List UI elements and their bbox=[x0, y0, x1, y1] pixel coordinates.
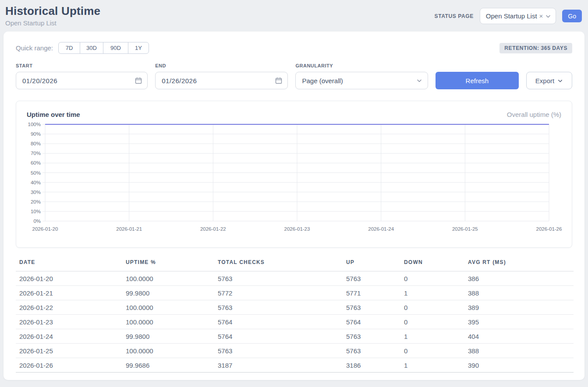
end-date-field: END 01/26/2026 bbox=[155, 63, 288, 89]
granularity-select[interactable]: Page (overall) bbox=[295, 72, 428, 89]
quick-range-row: Quick range: 7D30D90D1Y RETENTION: 365 D… bbox=[16, 42, 572, 54]
filters-row: START 01/20/2026 END 01/26/2026 GRANULAR… bbox=[16, 63, 572, 89]
table-cell: 1 bbox=[400, 358, 464, 373]
table-cell: 386 bbox=[464, 271, 574, 286]
chevron-down-icon bbox=[557, 78, 563, 84]
table-row: 2026-01-2699.9686318731861390 bbox=[16, 358, 574, 373]
quick-range-30d[interactable]: 30D bbox=[80, 42, 103, 54]
calendar-icon[interactable] bbox=[135, 77, 142, 84]
y-tick-label: 20% bbox=[31, 199, 41, 204]
page-title: Historical Uptime bbox=[5, 4, 100, 18]
table-cell: 0 bbox=[400, 300, 464, 315]
table-cell: 389 bbox=[464, 300, 574, 315]
table-cell: 5763 bbox=[214, 344, 343, 358]
start-date-label: START bbox=[16, 63, 148, 68]
table-cell: 3187 bbox=[214, 358, 343, 373]
table-cell: 2026-01-23 bbox=[16, 315, 122, 329]
table-cell: 5763 bbox=[343, 344, 400, 358]
y-tick-label: 90% bbox=[31, 131, 41, 137]
table-cell: 5763 bbox=[343, 329, 400, 344]
x-tick-label: 2026-01-25 bbox=[452, 226, 478, 232]
granularity-label: GRANULARITY bbox=[295, 63, 428, 68]
table-cell: 404 bbox=[464, 329, 574, 344]
table-cell: 100.0000 bbox=[122, 315, 214, 329]
granularity-field: GRANULARITY Page (overall) bbox=[295, 63, 428, 89]
table-cell: 100.0000 bbox=[122, 300, 214, 315]
table-cell: 99.9686 bbox=[122, 358, 214, 373]
chart-title: Uptime over time bbox=[27, 111, 80, 118]
table-row: 2026-01-2499.9800576457631404 bbox=[16, 329, 574, 344]
quick-range-group: 7D30D90D1Y bbox=[58, 42, 149, 54]
column-header-5: AVG RT (MS) bbox=[464, 258, 574, 271]
table-row: 2026-01-20100.0000576357630386 bbox=[16, 271, 574, 286]
table-cell: 5763 bbox=[343, 271, 400, 286]
status-page-selected-value: Open Startup List bbox=[486, 12, 537, 20]
uptime-table-wrap: DATEUPTIME %TOTAL CHECKSUPDOWNAVG RT (MS… bbox=[16, 258, 572, 373]
uptime-line-chart: 100%90%80%70%60%50%40%30%20%10%0%2026-01… bbox=[27, 121, 563, 236]
clear-selection-icon[interactable]: × bbox=[539, 12, 544, 20]
table-cell: 3186 bbox=[343, 358, 400, 373]
export-button-label: Export bbox=[535, 77, 554, 84]
end-date-label: END bbox=[155, 63, 288, 68]
y-tick-label: 30% bbox=[31, 190, 41, 195]
main-panel: Quick range: 7D30D90D1Y RETENTION: 365 D… bbox=[4, 32, 584, 380]
calendar-icon[interactable] bbox=[275, 77, 282, 84]
table-cell: 1 bbox=[400, 329, 464, 344]
table-cell: 5772 bbox=[214, 286, 343, 300]
start-date-input[interactable]: 01/20/2026 bbox=[16, 72, 148, 89]
x-tick-label: 2026-01-20 bbox=[32, 226, 58, 232]
y-tick-label: 100% bbox=[28, 122, 41, 127]
table-row: 2026-01-22100.0000576357630389 bbox=[16, 300, 574, 315]
quick-range-7d[interactable]: 7D bbox=[58, 42, 80, 54]
table-cell: 99.9800 bbox=[122, 329, 214, 344]
x-tick-label: 2026-01-26 bbox=[536, 226, 562, 232]
end-date-input[interactable]: 01/26/2026 bbox=[155, 72, 288, 89]
table-cell: 2026-01-22 bbox=[16, 300, 122, 315]
chevron-down-icon bbox=[416, 77, 422, 84]
x-tick-label: 2026-01-22 bbox=[200, 226, 226, 232]
y-tick-label: 10% bbox=[31, 209, 41, 214]
end-date-value: 01/26/2026 bbox=[162, 77, 197, 84]
table-cell: 2026-01-26 bbox=[16, 358, 122, 373]
chevron-down-icon bbox=[545, 13, 551, 19]
table-cell: 2026-01-21 bbox=[16, 286, 122, 300]
x-tick-label: 2026-01-24 bbox=[368, 226, 394, 232]
table-row: 2026-01-23100.0000576457640395 bbox=[16, 315, 574, 329]
top-controls: STATUS PAGE Open Startup List × Go bbox=[435, 8, 582, 24]
start-date-field: START 01/20/2026 bbox=[16, 63, 148, 89]
table-cell: 5764 bbox=[214, 315, 343, 329]
go-button[interactable]: Go bbox=[562, 10, 582, 22]
column-header-4: DOWN bbox=[400, 258, 464, 271]
status-page-label: STATUS PAGE bbox=[435, 13, 474, 19]
table-row: 2026-01-2199.9800577257711388 bbox=[16, 286, 574, 300]
table-cell: 99.9800 bbox=[122, 286, 214, 300]
granularity-selected-value: Page (overall) bbox=[302, 77, 343, 84]
table-cell: 0 bbox=[400, 344, 464, 358]
export-button[interactable]: Export bbox=[526, 72, 572, 89]
x-tick-label: 2026-01-21 bbox=[116, 226, 142, 232]
retention-badge: RETENTION: 365 DAYS bbox=[499, 43, 572, 53]
x-tick-label: 2026-01-23 bbox=[284, 226, 310, 232]
table-cell: 395 bbox=[464, 315, 574, 329]
uptime-chart-card: Uptime over time Overall uptime (%) 100%… bbox=[16, 101, 572, 248]
chart-header: Uptime over time Overall uptime (%) bbox=[27, 111, 561, 118]
table-cell: 100.0000 bbox=[122, 271, 214, 286]
table-cell: 5764 bbox=[214, 329, 343, 344]
uptime-table: DATEUPTIME %TOTAL CHECKSUPDOWNAVG RT (MS… bbox=[16, 258, 574, 373]
top-bar: Historical Uptime Open Startup List STAT… bbox=[0, 0, 588, 28]
y-tick-label: 80% bbox=[31, 141, 41, 146]
table-row: 2026-01-25100.0000576357630388 bbox=[16, 344, 574, 358]
table-cell: 5763 bbox=[343, 300, 400, 315]
refresh-button[interactable]: Refresh bbox=[436, 72, 519, 89]
table-cell: 0 bbox=[400, 315, 464, 329]
y-tick-label: 40% bbox=[31, 180, 41, 185]
table-cell: 388 bbox=[464, 286, 574, 300]
status-page-select[interactable]: Open Startup List × bbox=[480, 8, 556, 24]
table-cell: 2026-01-20 bbox=[16, 271, 122, 286]
title-block: Historical Uptime Open Startup List bbox=[5, 4, 100, 27]
table-cell: 5763 bbox=[214, 300, 343, 315]
quick-range-90d[interactable]: 90D bbox=[103, 42, 128, 54]
quick-range-1y[interactable]: 1Y bbox=[128, 42, 149, 54]
column-header-0: DATE bbox=[16, 258, 122, 271]
column-header-2: TOTAL CHECKS bbox=[214, 258, 343, 271]
